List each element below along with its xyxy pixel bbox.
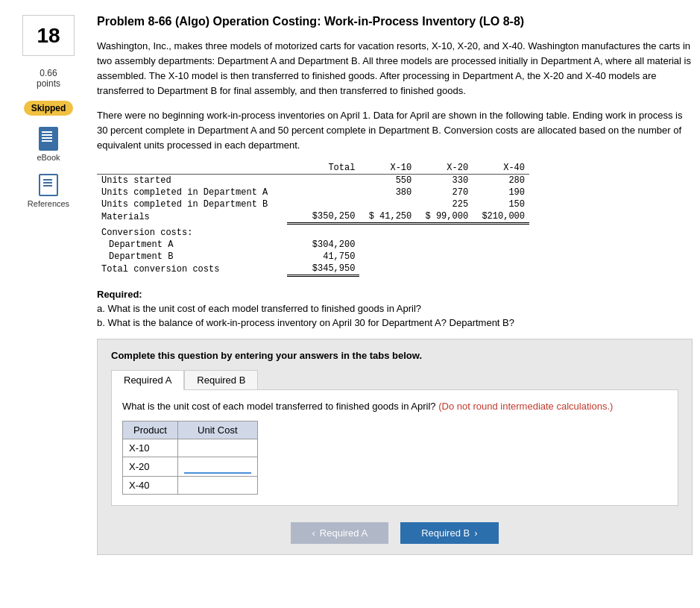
problem-number: 18	[22, 15, 75, 56]
tab-note: (Do not round intermediate calculations.…	[438, 401, 613, 412]
required-section: Required: a. What is the unit cost of ea…	[97, 289, 693, 328]
next-arrow-icon: ›	[474, 527, 477, 539]
references-label: References	[28, 199, 69, 208]
complete-box: Complete this question by entering your …	[97, 339, 693, 555]
product-label-x40: X-40	[123, 477, 178, 495]
ebook-link[interactable]: eBook	[37, 128, 60, 162]
col-header-product: Product	[123, 421, 178, 439]
unit-cost-input-x20[interactable]	[177, 457, 257, 477]
problem-description-2: There were no beginning work-in-process …	[97, 108, 693, 153]
prev-arrow-icon: ‹	[312, 527, 315, 539]
required-item-b: b. What is the balance of work-in-proces…	[97, 317, 693, 328]
table-row: Units completed in Department A 380 270 …	[97, 187, 529, 198]
next-button[interactable]: Required B ›	[400, 522, 498, 544]
tab-question: What is the unit cost of each model tran…	[122, 401, 667, 412]
table-row: Units started 550 330 280	[97, 174, 529, 187]
table-row: Units completed in Department B 225 150	[97, 198, 529, 210]
required-title: Required:	[97, 289, 693, 300]
tab-required-a[interactable]: Required A	[111, 370, 184, 390]
table-row-dept-b: Department B 41,750	[97, 251, 529, 263]
table-row-dept-a: Department A $304,200	[97, 239, 529, 251]
problem-title: Problem 8-66 (Algo) Operation Costing: W…	[97, 15, 693, 28]
table-row-materials: Materials $350,250 $ 41,250 $ 99,000 $21…	[97, 210, 529, 224]
col-header-unit-cost: Unit Cost	[177, 421, 257, 439]
product-row-x40: X-40	[123, 477, 258, 495]
required-item-a: a. What is the unit cost of each model t…	[97, 303, 693, 314]
points-display: 0.66 points	[37, 68, 60, 89]
unit-cost-input-x40[interactable]	[177, 477, 257, 495]
complete-box-title: Complete this question by entering your …	[111, 350, 678, 361]
references-icon	[37, 174, 60, 196]
product-label-x20: X-20	[123, 457, 178, 477]
tab-content-required-a: What is the unit cost of each model tran…	[111, 389, 678, 506]
problem-description-1: Washington, Inc., makes three models of …	[97, 39, 693, 99]
table-row-total-conv: Total conversion costs $345,950	[97, 263, 529, 276]
main-content: Problem 8-66 (Algo) Operation Costing: W…	[97, 15, 693, 555]
nav-buttons: ‹ Required A Required B ›	[111, 522, 678, 544]
prev-button[interactable]: ‹ Required A	[291, 522, 388, 544]
product-label-x10: X-10	[123, 439, 178, 457]
unit-cost-field-x10[interactable]	[184, 442, 251, 454]
unit-cost-input-x10[interactable]	[177, 439, 257, 457]
product-row-x10: X-10	[123, 439, 258, 457]
unit-cost-field-x20[interactable]	[184, 460, 251, 474]
sidebar: 18 0.66 points Skipped eBook References	[7, 15, 89, 555]
unit-cost-field-x40[interactable]	[184, 479, 251, 492]
ebook-icon	[37, 128, 60, 150]
problem-data-table: Total X-10 X-20 X-40 Units started 550 3…	[97, 162, 529, 278]
tab-required-b[interactable]: Required B	[184, 370, 258, 390]
data-table-section: Total X-10 X-20 X-40 Units started 550 3…	[97, 162, 693, 278]
table-row: Conversion costs:	[97, 223, 529, 239]
unit-cost-table: Product Unit Cost X-10 X-20	[122, 421, 258, 495]
skipped-badge: Skipped	[24, 101, 74, 116]
ebook-label: eBook	[37, 153, 60, 162]
tabs-row: Required A Required B	[111, 370, 678, 390]
product-row-x20: X-20	[123, 457, 258, 477]
references-link[interactable]: References	[28, 174, 69, 208]
